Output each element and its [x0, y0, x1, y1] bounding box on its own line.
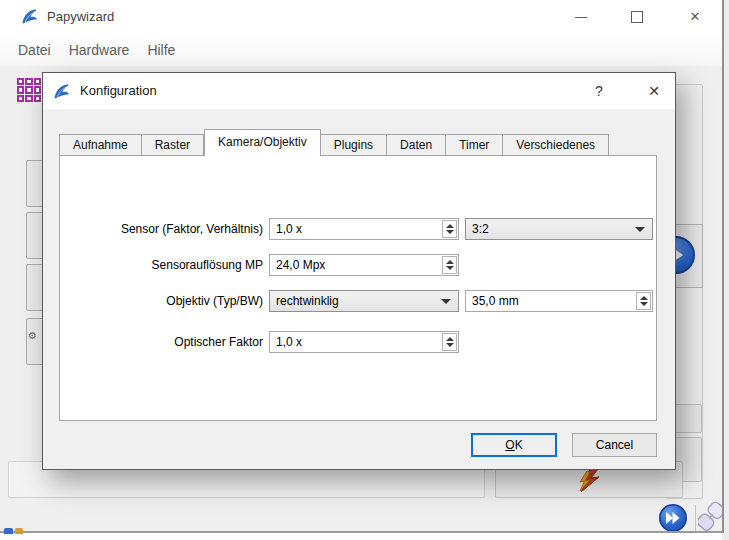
tab-aufnahme[interactable]: Aufnahme [59, 134, 142, 156]
sensor-ratio-value: 3:2 [466, 222, 635, 236]
sensor-factor-value: 1,0 x [270, 222, 442, 236]
connector-icon[interactable] [698, 501, 725, 534]
chevron-down-icon [441, 299, 451, 304]
window-title: Papywizard [47, 9, 114, 24]
spin-up-icon[interactable] [640, 296, 648, 300]
spin-down-icon[interactable] [446, 266, 454, 270]
optical-factor-value: 1,0 x [270, 335, 442, 349]
window-right-margin [724, 0, 729, 540]
minimize-button[interactable]: — [564, 3, 598, 30]
chevron-down-icon [635, 227, 645, 232]
sensor-ratio-combobox[interactable]: 3:2 [465, 218, 653, 240]
focal-length-value: 35,0 mm [466, 294, 636, 308]
dialog-tabs: Aufnahme Raster Kamera/Objektiv Plugins … [59, 129, 609, 156]
ok-label-mnemonic: O [505, 438, 514, 452]
spinner-buttons[interactable] [636, 292, 651, 310]
dialog-title: Konfiguration [80, 83, 157, 98]
label-optischer-faktor: Optischer Faktor [59, 331, 263, 353]
status-divider [695, 505, 696, 531]
dialog-help-button[interactable]: ? [582, 77, 616, 105]
dialog-titlebar: Konfiguration ? ✕ [43, 73, 675, 109]
spinner-buttons[interactable] [442, 256, 457, 274]
below-window-area [0, 533, 722, 540]
lens-type-combobox[interactable]: rechtwinklig [269, 290, 459, 312]
menu-item-hilfe[interactable]: Hilfe [138, 38, 184, 62]
focal-length-spinbox[interactable]: 35,0 mm [465, 290, 653, 312]
sensor-factor-spinbox[interactable]: 1,0 x [269, 218, 459, 240]
sensor-resolution-value: 24,0 Mpx [270, 258, 442, 272]
help-icon: ? [595, 83, 603, 99]
spinner-buttons[interactable] [442, 220, 457, 238]
cutoff-icon-gold [15, 528, 23, 534]
dialog-logo-icon [53, 83, 71, 101]
cutoff-icon-blue [4, 528, 13, 534]
tab-raster[interactable]: Raster [142, 134, 204, 156]
fast-forward-icon[interactable] [658, 503, 688, 533]
minimize-icon: — [575, 10, 587, 24]
label-sensor: Sensor (Faktor, Verhältnis) [59, 218, 263, 240]
tab-plugins[interactable]: Plugins [321, 134, 387, 156]
close-button[interactable]: ✕ [678, 3, 712, 30]
tab-daten[interactable]: Daten [387, 134, 446, 156]
maximize-icon [631, 11, 643, 23]
spin-up-icon[interactable] [446, 260, 454, 264]
optical-factor-spinbox[interactable]: 1,0 x [269, 331, 459, 353]
papywizard-window: Papywizard — ✕ Datei Hardware Hilfe ⚙ [0, 0, 729, 540]
spin-down-icon[interactable] [640, 302, 648, 306]
app-logo-icon [21, 8, 39, 26]
menu-item-datei[interactable]: Datei [9, 38, 60, 62]
konfiguration-dialog: Konfiguration ? ✕ Aufnahme Raster Kamera… [42, 72, 676, 470]
mosaic-grid-icon[interactable] [17, 78, 41, 102]
tab-kamera-objektiv[interactable]: Kamera/Objektiv [204, 129, 321, 156]
lens-type-value: rechtwinklig [270, 294, 441, 308]
ok-button[interactable]: OK [471, 433, 557, 457]
tab-verschiedenes[interactable]: Verschiedenes [503, 134, 609, 156]
cancel-button[interactable]: Cancel [572, 433, 657, 457]
label-objektiv: Objektiv (Typ/BW) [59, 290, 263, 312]
close-icon: ✕ [690, 9, 701, 24]
spinner-buttons[interactable] [442, 333, 457, 351]
tab-content-panel [59, 155, 657, 421]
tab-timer[interactable]: Timer [446, 134, 503, 156]
menu-bar: Datei Hardware Hilfe [0, 33, 722, 66]
menu-item-hardware[interactable]: Hardware [60, 38, 139, 62]
window-titlebar: Papywizard — ✕ [0, 0, 722, 33]
sensor-resolution-spinbox[interactable]: 24,0 Mpx [269, 254, 459, 276]
gear-icon: ⚙ [28, 331, 37, 341]
spin-down-icon[interactable] [446, 230, 454, 234]
dialog-close-icon: ✕ [648, 83, 660, 99]
maximize-button[interactable] [620, 3, 654, 30]
spin-up-icon[interactable] [446, 337, 454, 341]
spin-down-icon[interactable] [446, 343, 454, 347]
cancel-label: Cancel [596, 438, 633, 452]
ok-label: K [515, 438, 523, 452]
label-sensor-resolution: Sensorauflösung MP [59, 254, 263, 276]
dialog-close-button[interactable]: ✕ [637, 77, 671, 105]
spin-up-icon[interactable] [446, 224, 454, 228]
